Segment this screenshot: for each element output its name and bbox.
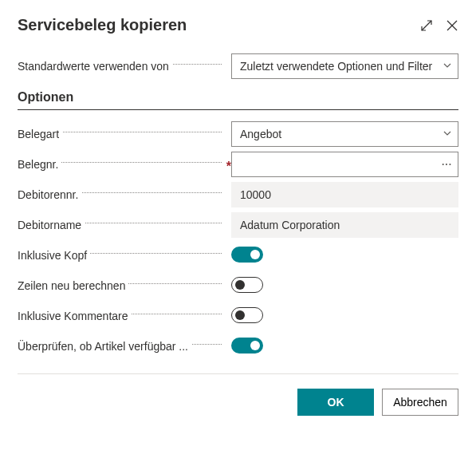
- defaults-label-cell: Standardwerte verwenden von: [18, 60, 231, 73]
- incl-header-row: Inklusive Kopf: [18, 243, 458, 268]
- copy-service-doc-dialog: Servicebeleg kopieren Standardwerte verw…: [0, 0, 476, 433]
- doc-type-value: Angebot: [231, 121, 458, 147]
- ok-button[interactable]: OK: [297, 389, 374, 416]
- doc-no-lookup-button[interactable]: ···: [442, 159, 452, 170]
- dialog-title: Servicebeleg kopieren: [18, 16, 420, 34]
- check-avail-toggle[interactable]: [231, 338, 263, 353]
- doc-type-label: Belegart: [18, 128, 62, 140]
- expand-icon[interactable]: [420, 19, 433, 32]
- dialog-header: Servicebeleg kopieren: [18, 16, 458, 34]
- recalc-toggle[interactable]: [231, 277, 263, 293]
- options-section-divider: [18, 109, 458, 110]
- defaults-select-value: Zuletzt verwendete Optionen und Filter: [231, 53, 458, 79]
- dialog-header-actions: [420, 19, 458, 32]
- recalc-row: Zeilen neu berechnen: [18, 273, 458, 298]
- footer-divider: [18, 373, 458, 374]
- defaults-row: Standardwerte verwenden von Zuletzt verw…: [18, 53, 458, 79]
- doc-no-input[interactable]: [231, 152, 458, 177]
- check-avail-row: Überprüfen, ob Artikel verfügbar ...: [18, 334, 458, 359]
- defaults-select[interactable]: Zuletzt verwendete Optionen und Filter: [231, 53, 458, 79]
- incl-header-label: Inklusive Kopf: [18, 249, 90, 262]
- cancel-button[interactable]: Abbrechen: [382, 389, 458, 416]
- doc-no-label: Belegnr.: [18, 158, 61, 171]
- cust-no-label: Debitorennr.: [18, 188, 81, 201]
- options-section-title: Optionen: [18, 90, 458, 105]
- check-avail-label: Überprüfen, ob Artikel verfügbar ...: [18, 340, 191, 353]
- doc-no-row: Belegnr. * ···: [18, 152, 458, 177]
- cust-name-value: Adatum Corporation: [231, 212, 458, 238]
- incl-comments-label: Inklusive Kommentare: [18, 310, 132, 322]
- incl-comments-toggle[interactable]: [231, 307, 263, 323]
- incl-header-toggle[interactable]: [231, 247, 263, 263]
- doc-type-select[interactable]: Angebot: [231, 121, 458, 147]
- cust-name-row: Debitorname Adatum Corporation: [18, 212, 458, 238]
- cust-name-label: Debitorname: [18, 219, 85, 231]
- doc-type-row: Belegart Angebot: [18, 121, 458, 147]
- defaults-label: Standardwerte verwenden von: [18, 60, 172, 73]
- dialog-footer: OK Abbrechen: [18, 389, 458, 416]
- incl-comments-row: Inklusive Kommentare: [18, 303, 458, 329]
- recalc-label: Zeilen neu berechnen: [18, 279, 128, 292]
- required-indicator: *: [225, 160, 231, 171]
- cust-no-row: Debitorennr. 10000: [18, 182, 458, 207]
- close-icon[interactable]: [446, 19, 458, 32]
- cust-no-value: 10000: [231, 182, 458, 207]
